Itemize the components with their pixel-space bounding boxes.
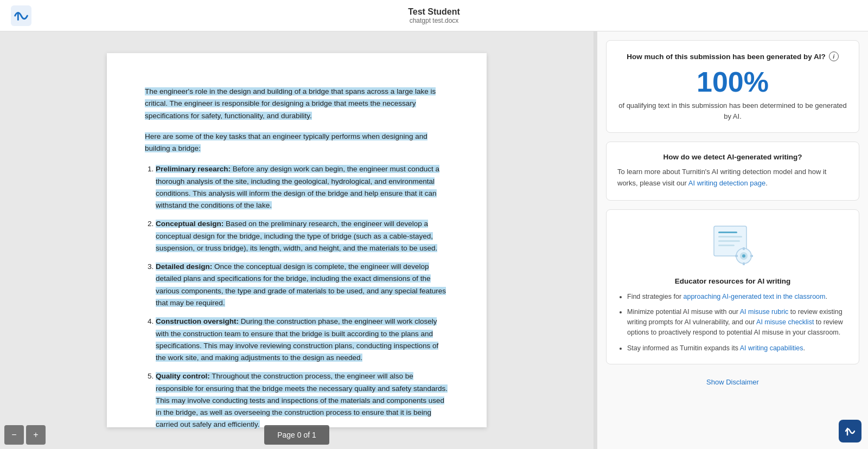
resources-illustration bbox=[617, 221, 848, 270]
svg-point-8 bbox=[742, 254, 745, 258]
ai-question-text: How much of this submission has been gen… bbox=[627, 53, 825, 61]
resource-item-2: Minimize potential AI misuse with our AI… bbox=[627, 307, 848, 337]
svg-rect-11 bbox=[735, 255, 738, 257]
resource-link-1[interactable]: approaching AI-generated text in the cla… bbox=[684, 293, 826, 300]
highlighted-para-1: The engineer's role in the design and bu… bbox=[145, 87, 436, 120]
show-disclaimer-link[interactable]: Show Disclaimer bbox=[706, 378, 759, 386]
document-panel: The engineer's role in the design and bu… bbox=[0, 31, 593, 449]
paragraph-2: Here are some of the key tasks that an e… bbox=[145, 131, 449, 155]
page-badge: Page 0 of 1 bbox=[264, 425, 329, 445]
detection-text: To learn more about Turnitin's AI writin… bbox=[617, 166, 848, 189]
list-item-4: Construction oversight: During the const… bbox=[156, 316, 449, 364]
svg-rect-3 bbox=[718, 236, 742, 238]
svg-rect-4 bbox=[718, 240, 740, 242]
show-disclaimer: Show Disclaimer bbox=[606, 373, 859, 390]
svg-rect-9 bbox=[743, 247, 745, 250]
zoom-controls: − + bbox=[4, 425, 46, 445]
resource-item-1: Find strategies for approaching AI-gener… bbox=[627, 292, 848, 302]
svg-rect-10 bbox=[743, 262, 745, 265]
detection-title: How do we detect AI-generated writing? bbox=[617, 153, 848, 161]
resources-list: Find strategies for approaching AI-gener… bbox=[617, 292, 848, 354]
ai-detection-card: How much of this submission has been gen… bbox=[606, 40, 859, 133]
info-icon[interactable]: i bbox=[829, 52, 839, 61]
ai-question: How much of this submission has been gen… bbox=[617, 52, 848, 61]
list-item-2: Conceptual design: Based on the prelimin… bbox=[156, 218, 449, 254]
header: Test Student chatgpt test.docx bbox=[0, 0, 868, 31]
main-layout: The engineer's role in the design and bu… bbox=[0, 31, 868, 449]
doc-page: The engineer's role in the design and bu… bbox=[107, 53, 487, 427]
resources-title: Educator resources for AI writing bbox=[617, 277, 848, 285]
doc-list: Preliminary research: Before any design … bbox=[156, 163, 449, 431]
zoom-in-button[interactable]: + bbox=[26, 425, 46, 445]
list-item-4-text: Construction oversight: During the const… bbox=[156, 317, 438, 362]
zoom-out-button[interactable]: − bbox=[4, 425, 24, 445]
ai-description: of qualifying text in this submission ha… bbox=[617, 100, 848, 121]
highlighted-para-2: Here are some of the key tasks that an e… bbox=[145, 132, 427, 152]
list-item-5-text: Quality control: Throughout the construc… bbox=[156, 372, 448, 428]
resource-link-2b[interactable]: AI misuse checklist bbox=[756, 318, 814, 326]
ai-percentage: 100% bbox=[617, 68, 848, 96]
list-item-2-text: Conceptual design: Based on the prelimin… bbox=[156, 220, 437, 252]
page-indicator-bar: Page 0 of 1 bbox=[0, 421, 593, 449]
edu-illustration-svg bbox=[703, 221, 763, 270]
resources-card: Educator resources for AI writing Find s… bbox=[606, 209, 859, 365]
resource-link-2a[interactable]: AI misuse rubric bbox=[740, 308, 789, 316]
turnitin-logo bbox=[11, 5, 31, 26]
detection-link[interactable]: AI writing detection page bbox=[688, 179, 765, 187]
list-item-1-text: Preliminary research: Before any design … bbox=[156, 165, 439, 209]
resource-link-3[interactable]: AI writing capabilities bbox=[740, 344, 803, 352]
detection-card: How do we detect AI-generated writing? T… bbox=[606, 142, 859, 201]
paragraph-1: The engineer's role in the design and bu… bbox=[145, 86, 449, 122]
bottom-right-brand-icon[interactable] bbox=[839, 420, 861, 442]
right-panel: How much of this submission has been gen… bbox=[597, 31, 868, 449]
logo-area bbox=[11, 5, 31, 26]
list-item-1: Preliminary research: Before any design … bbox=[156, 163, 449, 211]
student-name: Test Student bbox=[408, 7, 460, 17]
doc-content: The engineer's role in the design and bu… bbox=[0, 31, 593, 449]
svg-rect-5 bbox=[718, 245, 735, 246]
list-item-3-text: Detailed design: Once the conceptual des… bbox=[156, 262, 446, 307]
header-center: Test Student chatgpt test.docx bbox=[408, 7, 460, 24]
resource-item-3: Stay informed as Turnitin expands its AI… bbox=[627, 343, 848, 354]
list-item-3: Detailed design: Once the conceptual des… bbox=[156, 261, 449, 309]
svg-rect-12 bbox=[750, 255, 753, 257]
svg-rect-2 bbox=[718, 232, 737, 233]
brand-icon-svg bbox=[844, 425, 857, 438]
file-name: chatgpt test.docx bbox=[408, 17, 460, 24]
